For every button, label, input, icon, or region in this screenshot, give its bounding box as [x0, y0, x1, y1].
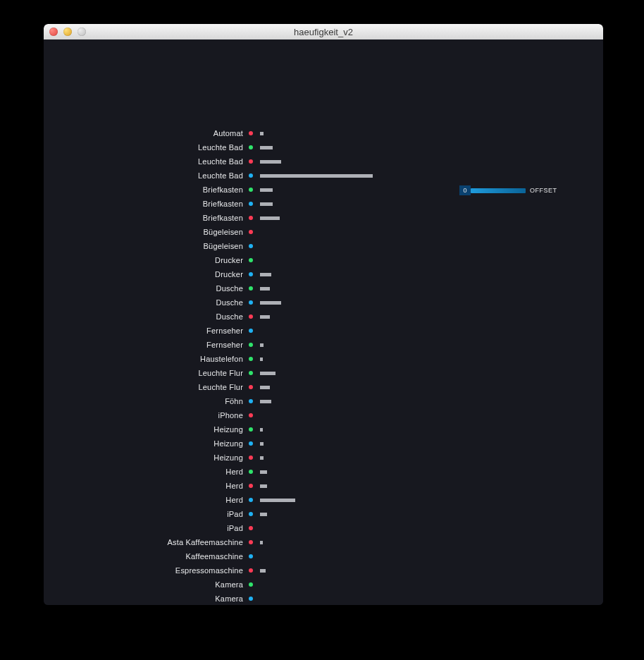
list-item[interactable]: iPad	[44, 507, 603, 521]
list-item[interactable]: Leuchte Flur	[44, 380, 603, 394]
list-item[interactable]: iPhone	[44, 408, 603, 422]
color-dot-icon	[249, 456, 253, 460]
list-item[interactable]: Heizung	[44, 436, 603, 451]
list-item[interactable]: Espressomaschine	[44, 563, 603, 578]
slider-label: OFFSET	[530, 187, 557, 194]
item-label: Föhn	[44, 397, 243, 405]
value-bar	[260, 358, 263, 361]
item-label: Herd	[44, 468, 243, 476]
color-dot-icon	[249, 413, 253, 417]
list-item[interactable]: Kamera	[44, 592, 603, 605]
slider-track[interactable]	[471, 188, 526, 193]
color-dot-icon	[249, 554, 253, 558]
item-label: Automat	[44, 129, 243, 138]
list-item[interactable]: Fernseher	[44, 324, 603, 338]
color-dot-icon	[249, 399, 253, 403]
color-dot-icon	[249, 427, 253, 432]
color-dot-icon	[249, 230, 253, 234]
content-area: AutomatLeuchte BadLeuchte BadLeuchte Bad…	[44, 39, 603, 605]
value-bar	[260, 372, 275, 375]
color-dot-icon	[249, 216, 253, 220]
list-item[interactable]: Herd	[44, 465, 603, 479]
list-item[interactable]: Haustelefon	[44, 352, 603, 366]
list-item[interactable]: Dusche	[44, 310, 603, 324]
color-dot-icon	[249, 258, 253, 262]
list-item[interactable]: Asta Kaffeemaschine	[44, 535, 603, 549]
list-item[interactable]: Bügeleisen	[44, 225, 603, 239]
value-bar	[260, 513, 267, 516]
item-label: Leuchte Flur	[44, 383, 243, 391]
value-bar	[260, 160, 281, 164]
list-item[interactable]: Briefkasten	[44, 211, 603, 225]
color-dot-icon	[249, 526, 253, 530]
color-dot-icon	[249, 343, 253, 347]
list-item[interactable]: Bügeleisen	[44, 239, 603, 253]
list-item[interactable]: Leuchte Bad	[44, 154, 603, 169]
window-title: haeufigkeit_v2	[44, 27, 603, 37]
value-bar	[260, 202, 273, 206]
color-dot-icon	[249, 329, 253, 333]
value-bar	[260, 216, 280, 220]
value-bar	[260, 499, 295, 502]
value-bar	[260, 569, 266, 573]
list-item[interactable]: Kaffeemaschine	[44, 549, 603, 563]
list-item[interactable]: Automat	[44, 126, 603, 140]
value-bar	[260, 343, 264, 347]
value-bar	[260, 484, 267, 488]
color-dot-icon	[249, 131, 253, 135]
value-bar	[260, 273, 271, 276]
item-label: Asta Kaffeemaschine	[44, 538, 243, 546]
list-item[interactable]: Fernseher	[44, 338, 603, 352]
list-item[interactable]: Kamera	[44, 578, 603, 592]
value-bar	[260, 470, 267, 474]
item-label: Herd	[44, 496, 243, 504]
zoom-icon[interactable]	[78, 28, 86, 36]
value-bar	[260, 386, 270, 389]
value-bar	[260, 400, 271, 403]
item-label: Drucker	[44, 256, 243, 264]
list-item[interactable]: Drucker	[44, 267, 603, 281]
item-label: Heizung	[44, 439, 243, 448]
color-dot-icon	[249, 173, 253, 178]
app-window: haeufigkeit_v2 AutomatLeuchte BadLeuchte…	[44, 24, 603, 605]
list-item[interactable]: Leuchte Bad	[44, 169, 603, 183]
title-bar[interactable]: haeufigkeit_v2	[44, 24, 603, 40]
value-bar	[260, 301, 281, 305]
list-item[interactable]: Drucker	[44, 253, 603, 267]
item-label: Leuchte Bad	[44, 157, 243, 166]
list-item[interactable]: iPad	[44, 521, 603, 535]
item-label: Bügeleisen	[44, 242, 243, 250]
item-label: iPad	[44, 510, 243, 518]
color-dot-icon	[249, 568, 253, 573]
close-icon[interactable]	[49, 28, 58, 36]
item-label: Drucker	[44, 270, 243, 279]
color-dot-icon	[249, 145, 253, 149]
list-item[interactable]: Dusche	[44, 295, 603, 310]
offset-slider[interactable]: 0 OFFSET	[459, 185, 557, 195]
item-label: Bügeleisen	[44, 228, 243, 236]
list-item[interactable]: Dusche	[44, 281, 603, 295]
value-bar	[260, 132, 264, 135]
list-item[interactable]: Leuchte Bad	[44, 140, 603, 154]
color-dot-icon	[249, 357, 253, 361]
list-item[interactable]: Föhn	[44, 394, 603, 408]
color-dot-icon	[249, 314, 253, 319]
item-label: Leuchte Flur	[44, 369, 243, 377]
list-item[interactable]: Leuchte Flur	[44, 366, 603, 380]
color-dot-icon	[249, 244, 253, 248]
list-item[interactable]: Briefkasten	[44, 197, 603, 211]
color-dot-icon	[249, 272, 253, 276]
value-bar	[260, 428, 263, 432]
color-dot-icon	[249, 582, 253, 587]
minimize-icon[interactable]	[63, 28, 72, 36]
item-label: iPhone	[44, 411, 243, 420]
value-bar	[260, 174, 373, 178]
slider-value: 0	[459, 185, 471, 195]
list-item[interactable]: Heizung	[44, 422, 603, 436]
item-label: iPad	[44, 524, 243, 532]
color-dot-icon	[249, 202, 253, 206]
item-label: Heizung	[44, 453, 243, 462]
list-item[interactable]: Herd	[44, 479, 603, 493]
list-item[interactable]: Herd	[44, 493, 603, 507]
list-item[interactable]: Heizung	[44, 451, 603, 465]
